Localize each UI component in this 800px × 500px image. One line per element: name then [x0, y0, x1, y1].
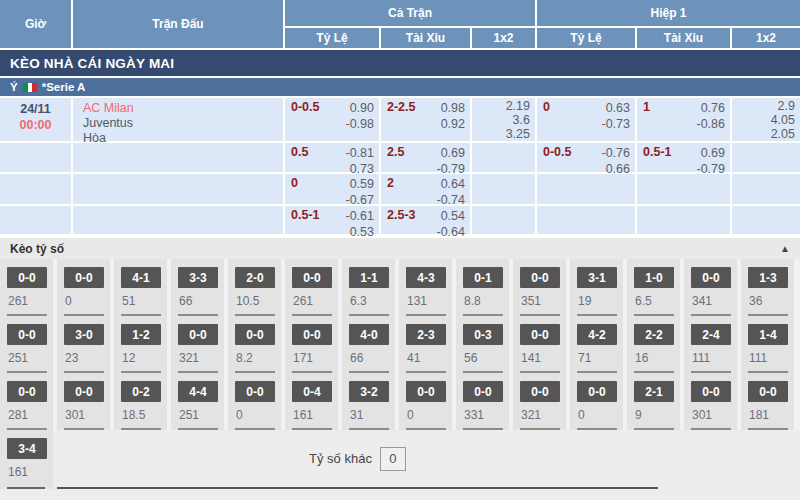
score-cell[interactable]: 0-0251	[0, 316, 53, 371]
score-cell[interactable]: 0-218.5	[114, 373, 167, 428]
score-cell[interactable]: 1-06.5	[627, 259, 680, 314]
score-cell[interactable]: 0-08.2	[228, 316, 281, 371]
score-cell[interactable]: 0-0181	[741, 373, 794, 428]
odds-cell-half-handicap[interactable]: 0-0.5-0.760.66	[537, 143, 635, 172]
odds-cell-full-over-under[interactable]: 2.50.69-0.79	[381, 143, 470, 172]
score-cell[interactable]: 1-4111	[741, 316, 794, 371]
score-cell[interactable]: 0-0261	[0, 259, 53, 314]
odds-cell-full-handicap[interactable]: 0.5-0.810.73	[285, 143, 379, 172]
score-odds-value: 111	[692, 351, 737, 365]
odds-cell-full-1x2[interactable]: 2.193.63.25	[472, 98, 535, 141]
score-cell[interactable]: 0-00	[57, 259, 110, 314]
score-cell[interactable]: 0-00	[228, 373, 281, 428]
score-cell[interactable]: 3-119	[570, 259, 623, 314]
score-chip-label: 4-3	[406, 267, 446, 288]
score-cell[interactable]: 4-271	[570, 316, 623, 371]
handicap-line-label: 0	[543, 100, 550, 141]
score-cell[interactable]: 0-0321	[171, 316, 224, 371]
score-cell[interactable]: 0-4161	[285, 373, 338, 428]
score-cell[interactable]: 2-4111	[684, 316, 737, 371]
score-cell[interactable]: 0-00	[399, 373, 452, 428]
handicap-line-label: 0.5	[291, 145, 308, 172]
score-cell[interactable]: 0-00	[570, 373, 623, 428]
match-date: 24/11	[0, 101, 71, 117]
score-chip-label: 0-4	[292, 381, 332, 402]
score-cell[interactable]: 0-18.8	[456, 259, 509, 314]
odds-value: 2.19	[472, 99, 530, 113]
score-chip-label: 1-4	[748, 324, 788, 345]
odds-cell-half-over-under[interactable]: 0.5-10.69-0.79	[637, 143, 730, 172]
score-cell[interactable]: 2-010.5	[228, 259, 281, 314]
score-cell[interactable]: 0-0141	[513, 316, 566, 371]
odds-cell-half-handicap	[537, 206, 635, 234]
score-cell[interactable]: 1-16.3	[342, 259, 395, 314]
odds-cell-half-handicap[interactable]: 00.63-0.73	[537, 98, 635, 141]
score-cell[interactable]: 0-0301	[684, 373, 737, 428]
score-odds-value: 251	[179, 408, 224, 422]
score-column: 0-02610-01710-4161	[285, 259, 338, 430]
column-group-first-half: Hiệp 1	[537, 0, 800, 26]
column-header-full-1x2: 1x2	[472, 28, 535, 48]
score-cell[interactable]: 4-151	[114, 259, 167, 314]
odds-value: 4.05	[732, 113, 795, 127]
score-cell[interactable]: 0-0261	[285, 259, 338, 314]
score-cell[interactable]: 4-4251	[171, 373, 224, 428]
odds-value: 0.69	[697, 145, 726, 161]
score-cell[interactable]: 0-0301	[57, 373, 110, 428]
handicap-line-label: 2-2.5	[387, 100, 416, 141]
odds-cell-full-handicap[interactable]: 00.59-0.67	[285, 174, 379, 204]
score-column: 2-010.50-08.20-00	[228, 259, 281, 430]
column-header-half-1x2: 1x2	[732, 28, 800, 48]
score-cell[interactable]: 0-0331	[456, 373, 509, 428]
score-odds-value: 23	[65, 351, 110, 365]
column-header-half-over-under: Tài Xỉu	[637, 28, 730, 48]
score-odds-value: 31	[350, 408, 395, 422]
odds-cell-half-handicap	[537, 174, 635, 204]
score-odds-value: 161	[293, 408, 338, 422]
score-cell[interactable]: 0-356	[456, 316, 509, 371]
score-cell[interactable]: 0-0281	[0, 373, 53, 428]
odds-cell-full-over-under[interactable]: 20.64-0.74	[381, 174, 470, 204]
odds-cell-full-over-under[interactable]: 2-2.50.980.92	[381, 98, 470, 141]
column-header-time: Giờ	[0, 0, 71, 48]
score-cell[interactable]: 2-341	[399, 316, 452, 371]
score-cell[interactable]: 3-231	[342, 373, 395, 428]
odds-cell-half-over-under[interactable]: 10.76-0.86	[637, 98, 730, 141]
odds-values: 0.980.92	[441, 100, 465, 141]
score-cell[interactable]: 3-366	[171, 259, 224, 314]
score-cell[interactable]: 0-0351	[513, 259, 566, 314]
handicap-line-label: 0-0.5	[543, 145, 572, 172]
score-cell[interactable]: 1-212	[114, 316, 167, 371]
score-column: 4-1511-2120-218.5	[114, 259, 167, 430]
score-odds-value: 66	[179, 294, 224, 308]
score-odds-value: 41	[407, 351, 452, 365]
odds-value: 0.69	[437, 145, 466, 161]
other-score-value-box[interactable]: 0	[380, 447, 406, 471]
divider-line	[691, 428, 731, 430]
score-chip-label: 4-1	[121, 267, 161, 288]
score-chip-label: 0-0	[235, 324, 275, 345]
odds-cell-half-1x2	[732, 174, 800, 204]
odds-cell-full-handicap[interactable]: 0.5-1-0.610.53	[285, 206, 379, 234]
odds-value: 2.05	[732, 127, 795, 141]
match-teams-cell[interactable]: AC MilanJuventusHòa	[73, 98, 283, 141]
odds-cell-full-handicap[interactable]: 0-0.50.90-0.98	[285, 98, 379, 141]
score-cell[interactable]: 0-0171	[285, 316, 338, 371]
odds-value: 0.59	[346, 176, 375, 192]
away-team: Juventus	[83, 116, 283, 131]
score-cell[interactable]: 2-19	[627, 373, 680, 428]
score-cell[interactable]: 0-0341	[684, 259, 737, 314]
score-cell[interactable]: 2-216	[627, 316, 680, 371]
score-cell[interactable]: 4-3131	[399, 259, 452, 314]
odds-cell-full-over-under[interactable]: 2.5-30.54-0.64	[381, 206, 470, 234]
score-odds-value: 301	[65, 408, 110, 422]
score-cell[interactable]: 3-023	[57, 316, 110, 371]
score-cell[interactable]: 3-4161	[0, 430, 53, 485]
score-cell[interactable]: 4-066	[342, 316, 395, 371]
score-cell[interactable]: 0-0321	[513, 373, 566, 428]
score-section-header[interactable]: Kèo tỷ số ▲	[0, 238, 800, 259]
score-cell[interactable]: 1-336	[741, 259, 794, 314]
odds-cell-half-1x2[interactable]: 2.94.052.05	[732, 98, 800, 141]
league-row-serie-a[interactable]: Ý *Serie A	[0, 78, 800, 96]
collapse-arrow-icon[interactable]: ▲	[780, 243, 790, 254]
